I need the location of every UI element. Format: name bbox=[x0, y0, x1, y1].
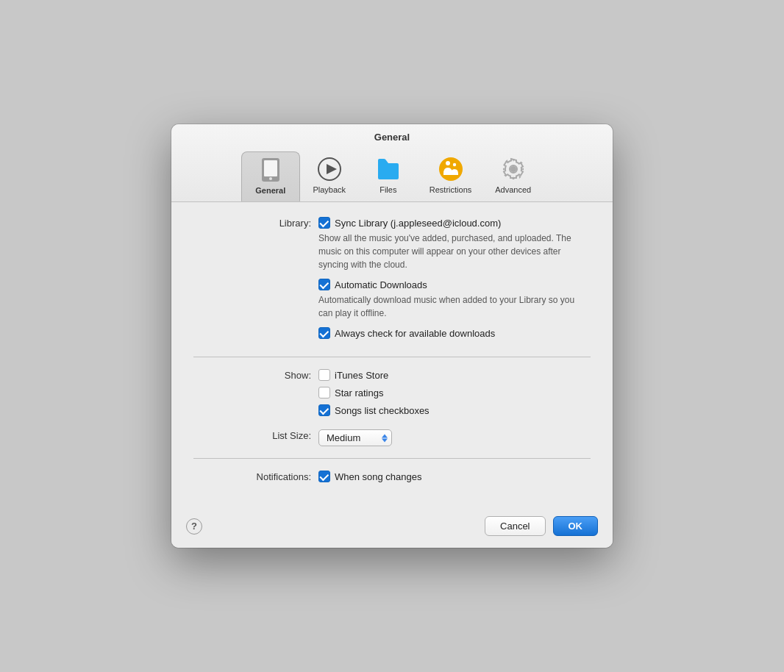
when-song-changes-row: When song changes bbox=[318, 471, 591, 482]
footer-buttons: Cancel OK bbox=[485, 516, 598, 536]
itunes-store-label: iTunes Store bbox=[335, 370, 388, 381]
notifications-content: When song changes bbox=[318, 471, 591, 488]
songs-checkboxes-label: Songs list checkboxes bbox=[335, 405, 430, 416]
tab-files-label: Files bbox=[379, 185, 396, 194]
restrictions-icon-wrapper bbox=[438, 156, 464, 182]
advanced-icon bbox=[500, 156, 527, 182]
library-section: Library: Sync Library (j.appleseed@iclou… bbox=[193, 217, 591, 345]
divider-1 bbox=[193, 357, 591, 357]
sync-library-label: Sync Library (j.appleseed@icloud.com) bbox=[335, 218, 501, 229]
svg-rect-1 bbox=[264, 160, 277, 176]
preferences-window: General General bbox=[171, 124, 613, 548]
auto-downloads-checkbox[interactable] bbox=[318, 279, 330, 290]
titlebar: General General bbox=[171, 124, 613, 202]
auto-downloads-row: Automatic Downloads bbox=[318, 279, 591, 290]
tab-playback[interactable]: Playback bbox=[300, 151, 359, 201]
tab-restrictions-label: Restrictions bbox=[430, 185, 471, 194]
notifications-section: Notifications: When song changes bbox=[193, 471, 591, 488]
advanced-icon-wrapper bbox=[500, 156, 527, 182]
always-check-checkbox[interactable] bbox=[318, 327, 330, 339]
divider-2 bbox=[193, 458, 591, 459]
always-check-checkbox-wrapper[interactable]: Always check for available downloads bbox=[318, 327, 495, 339]
sync-library-row: Sync Library (j.appleseed@icloud.com) bbox=[318, 217, 591, 229]
sync-library-checkbox[interactable] bbox=[318, 217, 330, 229]
toolbar: General Playback File bbox=[171, 149, 613, 201]
tab-playback-label: Playback bbox=[313, 185, 346, 194]
star-ratings-label: Star ratings bbox=[335, 387, 383, 398]
songs-checkboxes-row: Songs list checkboxes bbox=[318, 404, 591, 416]
content-area: Library: Sync Library (j.appleseed@iclou… bbox=[171, 202, 613, 507]
list-size-content: Small Medium Large bbox=[318, 429, 591, 446]
auto-downloads-label: Automatic Downloads bbox=[335, 279, 427, 290]
tab-general-label: General bbox=[255, 186, 285, 195]
window-title: General bbox=[171, 132, 613, 143]
when-song-changes-checkbox-wrapper[interactable]: When song changes bbox=[318, 471, 422, 482]
tab-restrictions[interactable]: Restrictions bbox=[418, 151, 483, 201]
always-check-label: Always check for available downloads bbox=[335, 328, 495, 339]
ok-button[interactable]: OK bbox=[553, 516, 599, 536]
help-button[interactable]: ? bbox=[186, 518, 202, 535]
auto-downloads-description: Automatically download music when added … bbox=[318, 293, 591, 320]
when-song-changes-checkbox[interactable] bbox=[318, 471, 330, 482]
songs-checkboxes-checkbox-wrapper[interactable]: Songs list checkboxes bbox=[318, 404, 430, 416]
auto-downloads-checkbox-wrapper[interactable]: Automatic Downloads bbox=[318, 279, 427, 290]
list-size-select-container: Small Medium Large bbox=[318, 429, 392, 446]
svg-point-2 bbox=[269, 177, 272, 180]
list-size-row: List Size: Small Medium Large bbox=[193, 429, 591, 446]
cancel-button[interactable]: Cancel bbox=[485, 516, 545, 536]
svg-point-7 bbox=[452, 163, 455, 166]
show-content: iTunes Store Star ratings Songs list che… bbox=[318, 369, 591, 422]
itunes-store-row: iTunes Store bbox=[318, 369, 591, 381]
sync-library-description: Show all the music you've added, purchas… bbox=[318, 232, 591, 271]
svg-marker-4 bbox=[327, 164, 337, 174]
library-row: Library: Sync Library (j.appleseed@iclou… bbox=[193, 217, 591, 345]
general-icon-wrapper bbox=[257, 157, 284, 183]
general-icon bbox=[257, 157, 284, 183]
show-section: Show: iTunes Store Star ratings bbox=[193, 369, 591, 446]
tab-advanced[interactable]: Advanced bbox=[483, 151, 543, 201]
tab-files[interactable]: Files bbox=[359, 151, 418, 201]
star-ratings-row: Star ratings bbox=[318, 387, 591, 398]
library-content: Sync Library (j.appleseed@icloud.com) Sh… bbox=[318, 217, 591, 345]
when-song-changes-label: When song changes bbox=[335, 471, 422, 482]
playback-icon bbox=[316, 156, 343, 182]
tab-advanced-label: Advanced bbox=[495, 185, 531, 194]
star-ratings-checkbox[interactable] bbox=[318, 387, 330, 398]
list-size-label: List Size: bbox=[193, 429, 318, 441]
library-label: Library: bbox=[193, 217, 318, 229]
files-icon bbox=[375, 156, 402, 182]
playback-icon-wrapper bbox=[316, 156, 343, 182]
itunes-store-checkbox[interactable] bbox=[318, 369, 330, 381]
itunes-store-checkbox-wrapper[interactable]: iTunes Store bbox=[318, 369, 388, 381]
files-icon-wrapper bbox=[375, 156, 402, 182]
always-check-row: Always check for available downloads bbox=[318, 327, 591, 339]
list-size-select[interactable]: Small Medium Large bbox=[318, 429, 392, 446]
tab-general[interactable]: General bbox=[241, 151, 300, 201]
songs-checkboxes-checkbox[interactable] bbox=[318, 404, 330, 416]
notifications-row: Notifications: When song changes bbox=[193, 471, 591, 488]
sync-library-checkbox-wrapper[interactable]: Sync Library (j.appleseed@icloud.com) bbox=[318, 217, 501, 229]
notifications-label: Notifications: bbox=[193, 471, 318, 482]
show-row: Show: iTunes Store Star ratings bbox=[193, 369, 591, 422]
svg-point-6 bbox=[446, 161, 450, 165]
star-ratings-checkbox-wrapper[interactable]: Star ratings bbox=[318, 387, 383, 398]
restrictions-icon bbox=[438, 156, 464, 182]
footer: ? Cancel OK bbox=[171, 507, 613, 548]
show-label: Show: bbox=[193, 369, 318, 381]
